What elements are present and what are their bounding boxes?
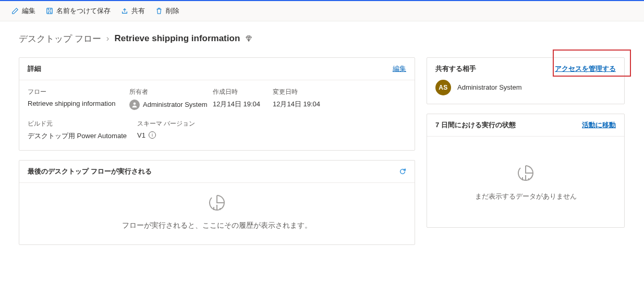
flow-value: Retrieve shipping information bbox=[28, 100, 129, 107]
share-user-item: AS Administrator System bbox=[435, 80, 616, 95]
save-as-icon bbox=[46, 7, 53, 15]
created-label: 作成日時 bbox=[213, 88, 273, 96]
breadcrumb-current: Retrieve shipping information bbox=[114, 33, 240, 44]
flow-label: フロー bbox=[28, 88, 129, 96]
status-title: 7 日間における実行の状態 bbox=[435, 120, 516, 130]
details-edit-link[interactable]: 編集 bbox=[393, 64, 406, 73]
refresh-icon[interactable] bbox=[399, 168, 406, 175]
created-value: 12月14日 19:04 bbox=[213, 100, 273, 109]
svg-rect-0 bbox=[47, 8, 53, 14]
status-card: 7 日間における実行の状態 活動に移動 まだ表示するデータがありません bbox=[427, 114, 625, 228]
user-avatar: AS bbox=[435, 80, 451, 95]
build-value: デスクトップ用 Power Automate bbox=[28, 131, 137, 141]
build-label: ビルド元 bbox=[28, 119, 137, 128]
share-label: 共有 bbox=[131, 6, 145, 16]
save-as-label: 名前をつけて保存 bbox=[56, 6, 111, 16]
schema-value: V1 bbox=[137, 131, 145, 139]
share-icon bbox=[121, 7, 128, 15]
share-button[interactable]: 共有 bbox=[117, 4, 149, 18]
runs-title: 最後のデスクトップ フローが実行される bbox=[28, 167, 152, 176]
breadcrumb-separator: › bbox=[106, 33, 110, 44]
pencil-icon bbox=[11, 7, 19, 15]
owner-value: Administrator System bbox=[143, 101, 208, 108]
svg-point-1 bbox=[133, 102, 136, 105]
modified-value: 12月14日 19:04 bbox=[273, 100, 335, 109]
person-icon bbox=[129, 100, 140, 110]
delete-button[interactable]: 削除 bbox=[151, 4, 184, 18]
modified-label: 変更日時 bbox=[273, 88, 335, 96]
manage-access-link[interactable]: アクセスを管理する bbox=[555, 64, 616, 73]
delete-label: 削除 bbox=[166, 6, 179, 16]
status-empty-text: まだ表示するデータがありません bbox=[435, 192, 616, 201]
runs-empty-text: フローが実行されると、ここにその履歴が表示されます。 bbox=[28, 219, 406, 231]
chart-empty-icon bbox=[515, 163, 536, 183]
share-card: 共有する相手 アクセスを管理する AS Administrator System bbox=[427, 57, 625, 104]
trash-icon bbox=[155, 7, 163, 15]
activity-link[interactable]: 活動に移動 bbox=[582, 120, 616, 130]
toolbar: 編集 名前をつけて保存 共有 削除 bbox=[0, 1, 644, 21]
details-card: 詳細 編集 フロー Retrieve shipping information … bbox=[19, 57, 415, 151]
breadcrumb: デスクトップ フロー › Retrieve shipping informati… bbox=[19, 33, 625, 45]
edit-button[interactable]: 編集 bbox=[7, 4, 40, 18]
breadcrumb-root[interactable]: デスクトップ フロー bbox=[19, 33, 101, 45]
chart-empty-icon bbox=[206, 192, 227, 213]
share-user-name: Administrator System bbox=[457, 83, 522, 91]
owner-label: 所有者 bbox=[129, 88, 213, 96]
edit-label: 編集 bbox=[22, 6, 35, 16]
info-icon[interactable]: i bbox=[149, 131, 156, 139]
details-title: 詳細 bbox=[28, 64, 41, 73]
premium-icon bbox=[245, 35, 252, 42]
share-title: 共有する相手 bbox=[435, 64, 476, 73]
schema-label: スキーマ バージョン bbox=[137, 119, 241, 128]
save-as-button[interactable]: 名前をつけて保存 bbox=[42, 4, 115, 18]
runs-card: 最後のデスクトップ フローが実行される フローが実行されると、ここにその履歴が表… bbox=[19, 160, 415, 245]
